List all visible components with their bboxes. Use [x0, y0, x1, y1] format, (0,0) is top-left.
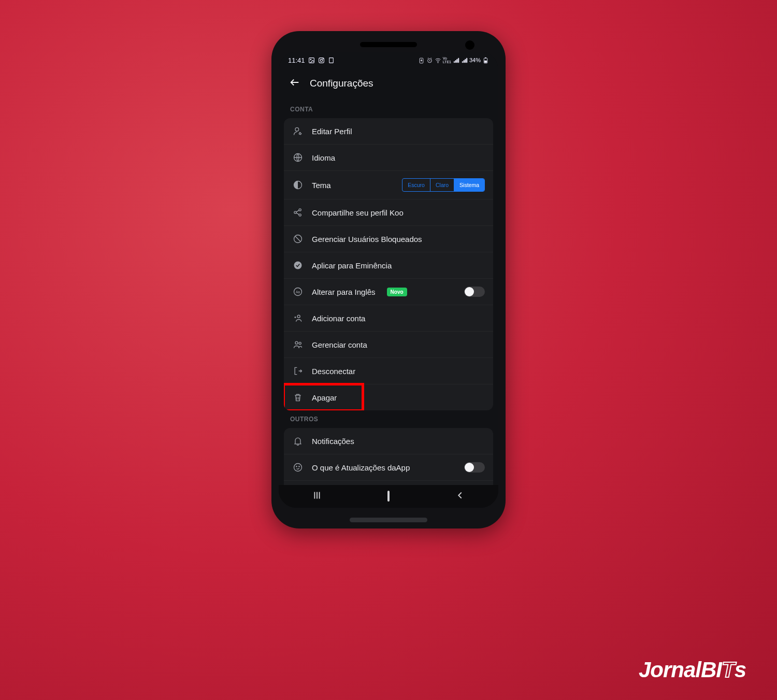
- row-label: Desconectar: [312, 367, 485, 376]
- svg-point-27: [299, 466, 299, 467]
- brand-logo: JornalBITs: [639, 658, 746, 682]
- card-icon: [328, 57, 335, 64]
- row-label: Apagar: [312, 393, 485, 402]
- svg-point-1: [310, 59, 311, 60]
- font-icon: Aa: [292, 286, 304, 297]
- row-autoplay-video[interactable]: Reprodução automática de vídeo: [284, 481, 493, 485]
- android-nav-bar: [279, 485, 498, 508]
- row-manage-account[interactable]: Gerenciar conta: [284, 332, 493, 358]
- svg-point-19: [294, 262, 302, 269]
- status-right: VoLTE1 34%: [418, 56, 489, 64]
- logout-icon: [292, 365, 304, 377]
- row-label: Notificações: [312, 437, 485, 446]
- theme-option-dark[interactable]: Escuro: [402, 179, 430, 191]
- row-manage-blocked[interactable]: Gerenciar Usuários Bloqueados: [284, 226, 493, 252]
- theme-option-light[interactable]: Claro: [430, 179, 454, 191]
- row-share-profile[interactable]: Compartilhe seu perfil Koo: [284, 199, 493, 226]
- svg-point-8: [438, 62, 438, 63]
- row-language[interactable]: Idioma: [284, 145, 493, 171]
- svg-rect-0: [309, 58, 314, 63]
- row-label: Aplicar para Eminência: [312, 261, 485, 270]
- section-label-others: OUTROS: [279, 410, 498, 428]
- toggle-switch-english[interactable]: [464, 287, 485, 297]
- alarm-icon: [426, 57, 433, 64]
- row-label: Gerenciar conta: [312, 340, 485, 349]
- speaker-slot: [360, 42, 417, 47]
- row-app-updates[interactable]: O que é Atualizações daApp: [284, 454, 493, 481]
- svg-point-23: [295, 341, 298, 344]
- back-nav-button[interactable]: [454, 490, 466, 503]
- signal-icon-1: [453, 57, 459, 64]
- check-badge-icon: [292, 260, 304, 271]
- front-camera: [465, 40, 474, 50]
- wifi-icon: [435, 57, 441, 64]
- svg-point-3: [320, 59, 322, 61]
- header: Configurações: [279, 68, 498, 101]
- brand-part2: T: [722, 658, 735, 682]
- theme-segmented: Escuro Claro Sistema: [402, 178, 485, 192]
- svg-rect-10: [484, 61, 486, 63]
- signal-icon-2: [461, 57, 468, 64]
- svg-point-4: [322, 58, 323, 59]
- brand-part1: JornalBI: [639, 658, 722, 682]
- screen: 11:41 VoLTE1 34% Configurações: [279, 52, 498, 508]
- theme-option-system[interactable]: Sistema: [454, 179, 484, 191]
- recents-button[interactable]: [311, 490, 323, 503]
- row-label: Idioma: [312, 153, 485, 162]
- row-label: Alterar para Inglês: [312, 288, 376, 296]
- users-icon: [292, 339, 304, 350]
- svg-point-26: [296, 466, 297, 467]
- home-indicator: [350, 518, 427, 522]
- row-label: Editar Perfil: [312, 127, 485, 136]
- row-label: Adicionar conta: [312, 314, 485, 323]
- svg-point-22: [297, 315, 300, 318]
- toggle-app-updates[interactable]: [464, 462, 485, 473]
- instagram-icon: [318, 57, 325, 64]
- account-card: Editar Perfil Idioma Tema Escuro Claro S…: [284, 118, 493, 410]
- home-button[interactable]: [387, 492, 390, 501]
- others-card: Notificações O que é Atualizações daApp …: [284, 428, 493, 485]
- status-left: 11:41: [288, 56, 335, 64]
- svg-rect-5: [329, 58, 333, 63]
- contrast-icon: [292, 179, 304, 191]
- row-label: O que é Atualizações daApp: [312, 463, 456, 472]
- svg-rect-11: [485, 58, 486, 58]
- network-label: VoLTE1: [443, 56, 451, 64]
- brand-part3: s: [735, 658, 746, 682]
- row-disconnect[interactable]: Desconectar: [284, 358, 493, 384]
- new-badge: Novo: [387, 288, 407, 296]
- row-add-account[interactable]: Adicionar conta: [284, 305, 493, 332]
- bell-icon: [292, 435, 304, 447]
- back-button[interactable]: [289, 77, 300, 90]
- image-icon: [308, 57, 315, 64]
- settings-body: CONTA Editar Perfil Idioma Tema Escuro C…: [279, 101, 498, 485]
- share-icon: [292, 207, 304, 218]
- svg-point-12: [295, 127, 299, 131]
- svg-point-24: [299, 342, 301, 344]
- section-label-account: CONTA: [279, 101, 498, 118]
- svg-text:Aa: Aa: [296, 290, 300, 294]
- battery-percent: 34%: [469, 57, 481, 63]
- block-icon: [292, 233, 304, 245]
- row-apply-eminence[interactable]: Aplicar para Eminência: [284, 252, 493, 279]
- row-switch-english[interactable]: Aa Alterar para Inglês Novo: [284, 279, 493, 305]
- svg-point-25: [294, 464, 302, 472]
- row-notifications[interactable]: Notificações: [284, 428, 493, 454]
- battery-saver-icon: [418, 57, 425, 64]
- row-label: Compartilhe seu perfil Koo: [312, 208, 485, 217]
- row-edit-profile[interactable]: Editar Perfil: [284, 118, 493, 145]
- clock: 11:41: [288, 56, 305, 64]
- phone-frame: 11:41 VoLTE1 34% Configurações: [271, 31, 506, 528]
- row-theme: Tema Escuro Claro Sistema: [284, 171, 493, 199]
- battery-icon: [482, 57, 489, 64]
- row-label: Gerenciar Usuários Bloqueados: [312, 235, 485, 244]
- row-delete[interactable]: Apagar: [284, 384, 493, 410]
- whatsnew-icon: [292, 462, 304, 473]
- page-title: Configurações: [310, 78, 373, 89]
- status-bar: 11:41 VoLTE1 34%: [279, 52, 498, 68]
- user-edit-icon: [292, 125, 304, 137]
- globe-icon: [292, 152, 304, 163]
- row-label: Tema: [312, 181, 394, 190]
- trash-icon: [292, 392, 304, 403]
- add-user-icon: [292, 312, 304, 324]
